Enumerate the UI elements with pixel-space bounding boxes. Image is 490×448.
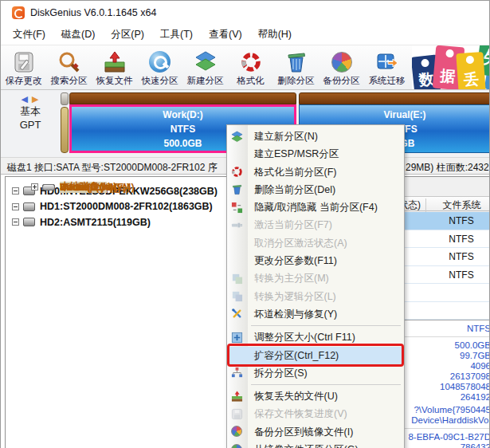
hide-partition-icon xyxy=(231,202,243,214)
system-migration-button[interactable]: 系统迁移 xyxy=(364,45,410,89)
disk-cap-top xyxy=(61,92,69,105)
restore-image-icon xyxy=(231,444,243,448)
backup-partition-icon xyxy=(330,50,354,74)
partition-name: Work(D:) xyxy=(72,108,294,122)
new-partition-icon xyxy=(231,131,243,143)
menu-item-backup-partition-to-image[interactable]: 备份分区到镜像文件(I) xyxy=(227,423,404,441)
disk-icon xyxy=(23,202,35,211)
partition-style-label: GPT xyxy=(1,118,60,132)
menu-item-change-partition-params[interactable]: 更改分区参数(F11) xyxy=(227,252,404,269)
menu-tools[interactable]: 工具(T) xyxy=(155,26,198,44)
save-changes-icon xyxy=(12,50,36,74)
next-disk-arrow-icon[interactable] xyxy=(32,94,39,104)
backup-partition-button[interactable]: 备份分区 xyxy=(319,45,364,89)
ad-tile: 丢 xyxy=(456,52,485,90)
split-partition-icon xyxy=(231,367,243,379)
menu-item-hide-unhide-partition[interactable]: 隐藏/取消隐藏 当前分区(F4) xyxy=(227,198,404,216)
menu-item-activate-partition[interactable]: 激活当前分区(F7) xyxy=(227,216,404,234)
partition-icon xyxy=(42,184,55,191)
menu-item-delete-current-partition[interactable]: 删除当前分区(Del) xyxy=(227,181,404,198)
menu-item-convert-to-primary[interactable]: 转换为主分区(M) xyxy=(227,269,404,287)
menu-item-create-esp-msr[interactable]: 建立ESP/MSR分区 xyxy=(227,145,404,163)
resize-partition-icon xyxy=(231,332,243,344)
save-progress-icon xyxy=(231,408,243,420)
menu-item-split-partition[interactable]: 拆分分区(S) xyxy=(227,364,404,382)
disk-info-left: 磁盘1 接口:SATA 型号:ST2000DM008-2FR102 序 xyxy=(7,161,218,175)
ad-banner[interactable]: 数 据 丢 失 xyxy=(412,45,490,90)
menu-separator xyxy=(227,323,404,328)
menu-view[interactable]: 查看(V) xyxy=(203,26,248,44)
menu-item-cancel-active-state[interactable]: 取消分区激活状态(A) xyxy=(227,234,404,252)
save-changes-button[interactable]: 保存更改 xyxy=(1,45,46,89)
format-icon xyxy=(231,166,243,178)
delete-partition-button[interactable]: 删除分区 xyxy=(273,45,319,89)
search-partition-icon xyxy=(57,50,81,74)
diskgenius-logo-icon xyxy=(12,6,25,19)
disk-tree: HD0:INTELSSDPEKKW256G8(238GB) Recovery(0… xyxy=(5,176,237,448)
recover-files-icon xyxy=(231,391,243,403)
window-title: DiskGenius V6.0.1.1645 x64 xyxy=(30,7,156,18)
backup-image-icon xyxy=(231,426,243,438)
tree-disk-hd2[interactable]: HD2:ASMT2115(119GB) xyxy=(6,214,236,230)
search-partition-button[interactable]: 搜索分区 xyxy=(46,45,92,89)
quick-partition-button[interactable]: 快速分区 xyxy=(137,45,182,89)
menu-item-extend-partition[interactable]: 扩容分区(Ctrl_F12) xyxy=(227,347,404,364)
format-icon xyxy=(239,50,263,74)
menu-item-bad-track-check-repair[interactable]: 坏道检测与修复(Y) xyxy=(227,305,404,323)
menu-item-save-recovery-progress[interactable]: 保存文件恢复进度(V) xyxy=(227,405,404,422)
menu-item-recover-lost-files[interactable]: 恢复丢失的文件(U) xyxy=(227,387,404,405)
partition-name: Virual(E:) xyxy=(300,108,490,122)
collapse-icon[interactable] xyxy=(12,218,19,226)
menu-file[interactable]: 文件(F) xyxy=(7,26,51,44)
disk-type-label: 基本 xyxy=(1,104,60,118)
diskgenius-window: { "window": { "title": "DiskGenius V6.0.… xyxy=(0,0,490,448)
expand-icon[interactable] xyxy=(31,183,38,191)
delete-partition-icon xyxy=(284,50,308,74)
quick-partition-icon xyxy=(148,50,172,74)
partition-band xyxy=(299,92,490,104)
convert-primary-icon xyxy=(231,273,243,285)
new-partition-icon xyxy=(194,50,218,74)
menu-item-convert-to-logical[interactable]: 转换为逻辑分区(L) xyxy=(227,288,404,305)
partition-context-menu: 建立新分区(N) 建立ESP/MSR分区 格式化当前分区(F) 删除当前分区(D… xyxy=(226,124,405,448)
recover-files-button[interactable]: 恢复文件 xyxy=(92,45,137,89)
menu-item-format-current-partition[interactable]: 格式化当前分区(F) xyxy=(227,163,404,181)
bad-track-repair-icon xyxy=(231,308,243,320)
menu-item-restore-partition-from-image[interactable]: 从镜像文件还原分区(G) xyxy=(227,441,404,448)
menu-disk[interactable]: 磁盘(D) xyxy=(56,26,100,44)
disk-icon xyxy=(23,218,35,226)
recover-files-icon xyxy=(103,50,127,74)
menu-bar: 文件(F) 磁盘(D) 分区(P) 工具(T) 查看(V) 帮助(H) xyxy=(1,25,490,45)
menu-partition[interactable]: 分区(P) xyxy=(105,26,150,44)
tree-disk-hd1[interactable]: HD1:ST2000DM008-2FR102(1863GB) xyxy=(6,199,236,215)
partition-map-legend: 基本 GPT xyxy=(1,90,60,157)
new-partition-button[interactable]: 新建分区 xyxy=(182,45,228,89)
menu-item-create-new-partition[interactable]: 建立新分区(N) xyxy=(227,128,404,145)
disk-cap-body xyxy=(61,107,69,153)
partition-band xyxy=(69,92,296,104)
menu-item-resize-partition[interactable]: 调整分区大小(Ctrl F11) xyxy=(227,328,404,346)
convert-logical-icon xyxy=(231,290,243,302)
menu-separator xyxy=(227,382,404,387)
column-header-filesystem[interactable]: 文件系统 xyxy=(425,198,490,212)
menu-help[interactable]: 帮助(H) xyxy=(253,26,297,44)
prev-disk-arrow-icon[interactable] xyxy=(22,94,29,104)
delete-partition-icon xyxy=(231,183,243,195)
disk-info-right: 29MB) 柱面数:24321 xyxy=(406,161,490,175)
format-button[interactable]: 格式化 xyxy=(228,45,273,89)
system-migration-icon xyxy=(375,50,399,74)
activate-partition-icon xyxy=(231,219,243,231)
tree-partition-local-h[interactable]: 本地磁盘(H:) xyxy=(6,179,117,195)
title-bar: DiskGenius V6.0.1.1645 x64 xyxy=(1,1,490,25)
collapse-icon[interactable] xyxy=(12,203,19,210)
